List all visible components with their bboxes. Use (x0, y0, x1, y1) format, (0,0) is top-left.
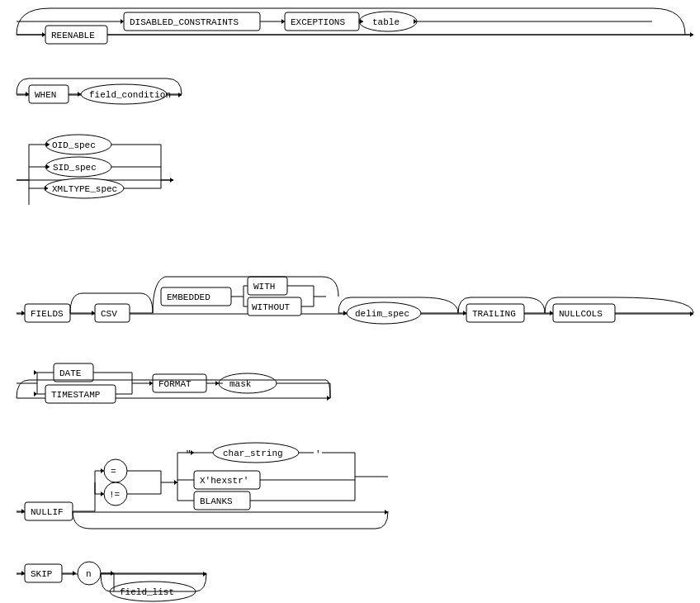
char-string-label: char_string (223, 449, 283, 458)
n-label: n (86, 569, 92, 579)
svg-marker-74 (34, 370, 37, 375)
csv-label: CSV (101, 309, 117, 319)
skip-label: SKIP (31, 569, 53, 579)
svg-marker-6 (281, 19, 285, 24)
svg-marker-70 (327, 396, 330, 401)
not-equals-label: != (109, 490, 120, 500)
mask-label: mask (229, 379, 252, 389)
svg-marker-43 (21, 311, 25, 316)
svg-marker-65 (550, 311, 553, 316)
equals-label: = (111, 467, 116, 477)
svg-marker-45 (92, 311, 95, 316)
xmltype-spec-label: XMLTYPE_spec (52, 184, 117, 194)
svg-marker-91 (21, 509, 25, 514)
svg-marker-41 (690, 311, 693, 316)
svg-marker-120 (21, 571, 25, 576)
disabled-constraints-label: DISABLED_CONSTRAINTS (130, 17, 239, 27)
xhexstr-label: X'hexstr' (200, 476, 248, 486)
fields-label: FIELDS (31, 309, 64, 319)
svg-marker-83 (215, 381, 219, 386)
svg-marker-102 (174, 480, 177, 485)
when-label: WHEN (35, 90, 56, 100)
svg-marker-104 (191, 450, 194, 455)
svg-marker-17 (26, 92, 29, 97)
quote-open-label: " (186, 449, 192, 459)
quote-close-label: ' (315, 449, 321, 459)
exceptions-label: EXCEPTIONS (291, 17, 345, 27)
field-condition-label: field_condition (89, 90, 171, 100)
reenable-label: REENABLE (51, 31, 95, 40)
without-label: WITHOUT (252, 302, 291, 312)
field-list-label: field_list (120, 587, 174, 597)
oid-spec-label: OID_spec (52, 140, 96, 150)
svg-marker-122 (73, 571, 76, 576)
timestamp-label: TIMESTAMP (51, 390, 101, 400)
sid-spec-label: SID_spec (53, 163, 97, 173)
svg-marker-62 (463, 311, 466, 316)
diagram-canvas: DISABLED_CONSTRAINTS EXCEPTIONS table RE… (0, 0, 700, 603)
svg-marker-4 (121, 19, 124, 24)
with-label: WITH (253, 282, 275, 292)
trailing-label: TRAILING (472, 309, 516, 319)
embedded-label: EMBEDDED (167, 292, 210, 302)
delim-spec-label: delim_spec (355, 309, 409, 319)
svg-marker-19 (78, 92, 81, 97)
nullif-label: NULLIF (31, 507, 64, 517)
blanks-label: BLANKS (200, 496, 233, 506)
format-label: FORMAT (158, 379, 192, 389)
svg-marker-15 (178, 93, 182, 97)
svg-marker-81 (149, 381, 153, 386)
svg-marker-94 (101, 468, 104, 473)
svg-marker-58 (343, 311, 347, 316)
table-label: table (372, 17, 400, 27)
nullcols-label: NULLCOLS (559, 309, 603, 319)
svg-marker-12 (42, 32, 45, 37)
svg-marker-118 (203, 572, 206, 577)
date-label: DATE (59, 368, 82, 378)
svg-marker-96 (101, 491, 104, 496)
svg-marker-75 (34, 392, 37, 396)
svg-marker-89 (385, 510, 388, 515)
